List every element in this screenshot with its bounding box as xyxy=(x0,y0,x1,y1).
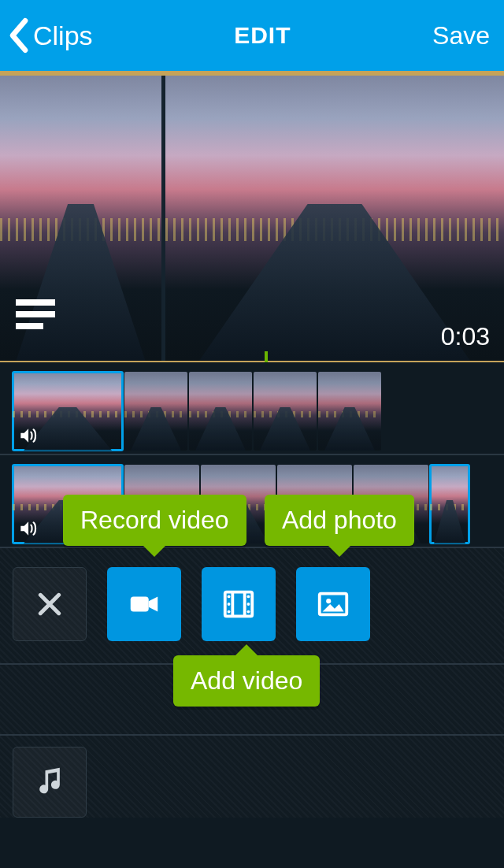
screen-title: EDIT xyxy=(234,22,291,49)
svg-point-4 xyxy=(228,595,231,599)
svg-point-8 xyxy=(247,603,250,606)
timeline-strip-1[interactable] xyxy=(0,362,504,454)
video-camera-icon xyxy=(126,586,162,622)
clip-thumb[interactable] xyxy=(254,372,317,451)
cancel-button[interactable] xyxy=(13,567,87,641)
svg-point-6 xyxy=(228,610,231,614)
tooltip-add-video: Add video xyxy=(173,655,320,707)
record-video-button[interactable] xyxy=(107,567,181,641)
svg-point-7 xyxy=(247,595,250,599)
sound-icon xyxy=(17,518,38,539)
tooltip-add-photo: Add photo xyxy=(265,495,414,546)
music-section xyxy=(0,736,504,818)
image-icon xyxy=(315,586,351,622)
add-photo-button[interactable] xyxy=(296,567,370,641)
music-note-icon xyxy=(32,765,67,799)
clip-thumb[interactable] xyxy=(189,372,252,451)
svg-point-11 xyxy=(326,599,331,603)
list-icon[interactable] xyxy=(16,299,55,329)
preview-area[interactable]: 0:03 xyxy=(0,71,504,362)
add-video-button[interactable] xyxy=(202,567,276,641)
film-icon xyxy=(220,586,257,622)
svg-point-9 xyxy=(247,610,250,614)
playhead-marker xyxy=(265,351,268,362)
save-button[interactable]: Save xyxy=(432,21,490,50)
clip-thumb[interactable] xyxy=(430,465,469,543)
clip-thumb[interactable] xyxy=(124,372,187,451)
close-icon xyxy=(34,588,65,620)
clip-thumb[interactable] xyxy=(13,372,123,451)
sound-icon xyxy=(17,425,38,446)
back-button[interactable]: Clips xyxy=(6,17,93,54)
svg-point-5 xyxy=(228,603,231,606)
chevron-left-icon xyxy=(6,17,32,54)
svg-rect-0 xyxy=(131,596,149,611)
clip-thumb[interactable] xyxy=(318,372,381,451)
preview-panel-right xyxy=(165,76,504,361)
music-button[interactable] xyxy=(13,747,87,818)
back-label: Clips xyxy=(33,20,93,51)
timecode-label: 0:03 xyxy=(441,322,490,351)
header-bar: Clips EDIT Save xyxy=(0,0,504,71)
add-media-section: Record video Add photo Add video xyxy=(0,548,504,663)
tooltip-record-video: Record video xyxy=(63,495,246,546)
